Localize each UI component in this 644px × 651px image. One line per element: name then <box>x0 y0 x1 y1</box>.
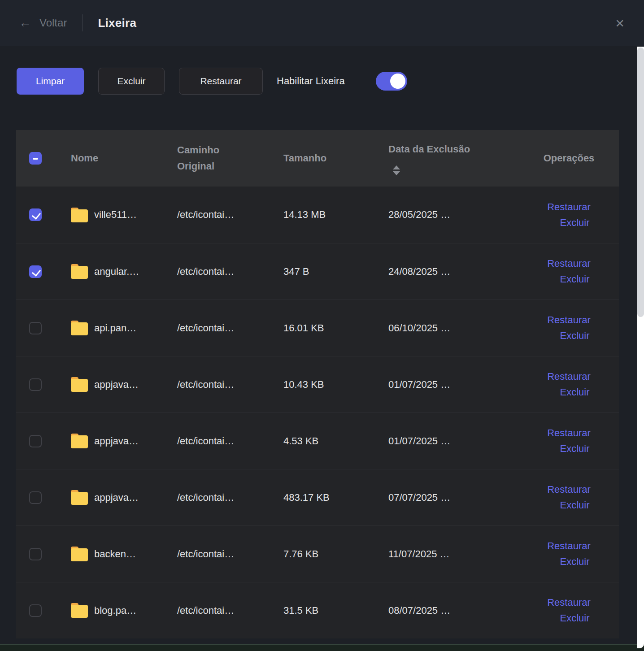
title-bar: ← Voltar Lixeira × <box>0 0 644 46</box>
trash-table: Nome Caminho Original Tamanho Data da Ex… <box>16 130 619 638</box>
deletion-date: 01/07/2025 … <box>388 379 519 391</box>
original-path: /etc/icontai… <box>177 548 283 560</box>
row-restore-link[interactable]: Restaurar <box>547 427 591 439</box>
row-delete-link[interactable]: Excluir <box>560 443 589 455</box>
sort-asc-icon <box>393 165 400 169</box>
file-size: 10.43 KB <box>283 379 388 391</box>
column-header-date: Data da Exclusão <box>388 141 474 175</box>
table-header-row: Nome Caminho Original Tamanho Data da Ex… <box>16 130 619 187</box>
close-icon[interactable]: × <box>615 15 624 30</box>
file-name: appjava… <box>94 379 139 391</box>
row-restore-link[interactable]: Restaurar <box>547 484 591 495</box>
table-row: appjava… /etc/icontai… 4.53 KB 01/07/202… <box>16 412 619 469</box>
page-title: Lixeira <box>98 16 136 30</box>
folder-icon <box>71 208 88 222</box>
file-name: backen… <box>94 548 136 560</box>
clear-button[interactable]: Limpar <box>17 68 84 95</box>
deletion-date: 07/07/2025 … <box>388 492 519 503</box>
row-checkbox[interactable] <box>29 548 42 560</box>
row-restore-link[interactable]: Restaurar <box>547 201 591 213</box>
row-delete-link[interactable]: Excluir <box>560 556 589 568</box>
row-restore-link[interactable]: Restaurar <box>547 314 591 326</box>
table-row: api.pan… /etc/icontai… 16.01 KB 06/10/20… <box>16 299 619 356</box>
scrollbar-thumb[interactable] <box>637 48 644 317</box>
file-name: api.pan… <box>94 322 136 334</box>
titlebar-divider <box>82 14 83 31</box>
row-restore-link[interactable]: Restaurar <box>547 540 591 552</box>
row-delete-link[interactable]: Excluir <box>560 386 589 398</box>
background-window-edge <box>0 644 644 651</box>
back-label: Voltar <box>39 17 67 29</box>
table-row: ville511… /etc/icontai… 14.13 MB 28/05/2… <box>16 187 619 243</box>
deletion-date: 24/08/2025 … <box>388 266 519 278</box>
column-header-operations: Operações <box>519 150 619 166</box>
file-name: appjava… <box>94 435 139 447</box>
original-path: /etc/icontai… <box>177 605 283 616</box>
folder-icon <box>71 490 88 505</box>
back-button[interactable]: ← Voltar <box>19 17 67 29</box>
select-all-checkbox[interactable] <box>29 152 42 165</box>
file-name: angular.… <box>94 266 139 278</box>
file-name: blog.pa… <box>94 605 136 616</box>
original-path: /etc/icontai… <box>177 435 283 447</box>
table-row: blog.pa… /etc/icontai… 31.5 KB 08/07/202… <box>16 582 619 638</box>
row-restore-link[interactable]: Restaurar <box>547 371 591 382</box>
column-header-path: Caminho Original <box>177 142 244 175</box>
row-delete-link[interactable]: Excluir <box>560 612 589 624</box>
folder-icon <box>71 434 88 448</box>
row-delete-link[interactable]: Excluir <box>560 330 589 342</box>
row-checkbox[interactable] <box>29 491 42 504</box>
row-checkbox[interactable] <box>29 378 42 391</box>
row-delete-link[interactable]: Excluir <box>560 499 589 511</box>
folder-icon <box>71 603 88 618</box>
file-size: 347 B <box>283 266 388 278</box>
column-header-date-label: Data da Exclusão <box>388 143 470 155</box>
folder-icon <box>71 321 88 335</box>
trash-panel: ← Voltar Lixeira × Limpar Excluir Restau… <box>0 0 644 651</box>
sort-desc-icon <box>393 171 400 175</box>
deletion-date: 01/07/2025 … <box>388 435 519 447</box>
enable-trash-label: Habilitar Lixeira <box>277 68 345 95</box>
column-header-name: Nome <box>55 150 177 166</box>
deletion-date: 06/10/2025 … <box>388 322 519 334</box>
enable-trash-toggle[interactable] <box>376 72 407 91</box>
original-path: /etc/icontai… <box>177 209 283 221</box>
file-size: 16.01 KB <box>283 322 388 334</box>
back-arrow-icon: ← <box>19 17 31 29</box>
row-restore-link[interactable]: Restaurar <box>547 597 591 608</box>
row-checkbox[interactable] <box>29 604 42 617</box>
scrollbar-track[interactable] <box>637 47 644 648</box>
file-size: 14.13 MB <box>283 209 388 221</box>
delete-button[interactable]: Excluir <box>98 68 165 95</box>
column-header-size: Tamanho <box>283 150 388 166</box>
deletion-date: 11/07/2025 … <box>388 548 519 560</box>
table-row: appjava… /etc/icontai… 483.17 KB 07/07/2… <box>16 469 619 525</box>
deletion-date: 08/07/2025 … <box>388 605 519 616</box>
original-path: /etc/icontai… <box>177 492 283 503</box>
table-row: backen… /etc/icontai… 7.76 KB 11/07/2025… <box>16 525 619 582</box>
row-delete-link[interactable]: Excluir <box>560 273 589 285</box>
row-checkbox[interactable] <box>29 265 42 278</box>
original-path: /etc/icontai… <box>177 266 283 278</box>
folder-icon <box>71 547 88 561</box>
table-body: ville511… /etc/icontai… 14.13 MB 28/05/2… <box>16 187 619 638</box>
table-row: appjava… /etc/icontai… 10.43 KB 01/07/20… <box>16 356 619 412</box>
file-size: 483.17 KB <box>283 492 388 503</box>
toggle-knob <box>390 74 405 89</box>
row-delete-link[interactable]: Excluir <box>560 217 589 229</box>
file-name: ville511… <box>94 209 137 221</box>
folder-icon <box>71 377 88 392</box>
row-checkbox[interactable] <box>29 435 42 447</box>
sort-icon[interactable] <box>393 165 400 175</box>
original-path: /etc/icontai… <box>177 379 283 391</box>
row-checkbox[interactable] <box>29 208 42 221</box>
restore-button[interactable]: Restaurar <box>179 68 263 95</box>
deletion-date: 28/05/2025 … <box>388 209 519 221</box>
folder-icon <box>71 264 88 279</box>
file-name: appjava… <box>94 492 139 503</box>
row-restore-link[interactable]: Restaurar <box>547 258 591 269</box>
file-size: 31.5 KB <box>283 605 388 616</box>
row-checkbox[interactable] <box>29 322 42 334</box>
file-size: 7.76 KB <box>283 548 388 560</box>
file-size: 4.53 KB <box>283 435 388 447</box>
